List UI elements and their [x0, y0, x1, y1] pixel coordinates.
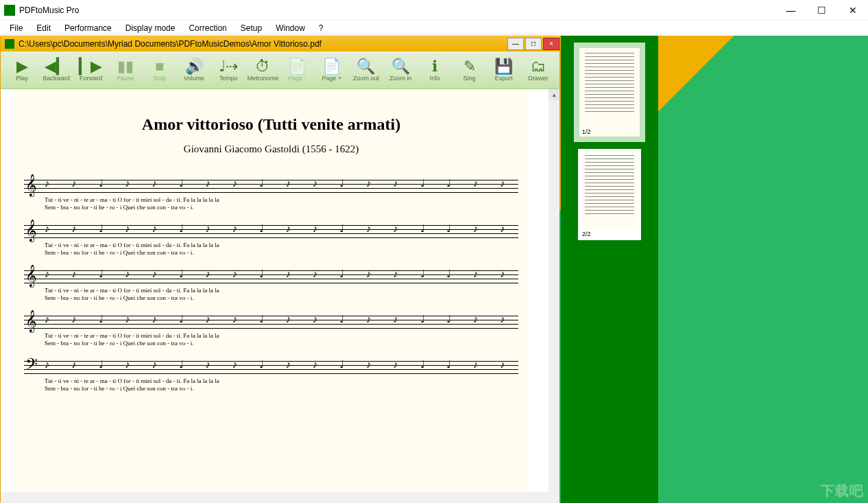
close-button[interactable]: ✕ — [837, 0, 868, 21]
score-composer: Giovanni Giacomo Gastoldi (1556 - 1622) — [14, 143, 528, 155]
zoom-out-label: Zoom out — [353, 75, 379, 82]
lyric-line-2: Sem - bra - no for - ti he - ro - i Quei… — [45, 385, 518, 392]
titlebar: PDFtoMusic Pro — ☐ ✕ — [0, 0, 868, 21]
stop-button: ■Stop — [143, 58, 177, 82]
score-staves: 𝄞♪ ♪ ♩ ♪ ♪ ♩ ♪ ♪ ♩ ♪ ♪ ♩ ♪ ♪ ♩ ♩ ♪ ♪ ♩ ♩… — [14, 155, 528, 397]
drawer-label: Drawer — [528, 75, 548, 82]
score-title: Amor vittorioso (Tutti venite armati) — [14, 115, 528, 134]
zoom-in-button[interactable]: 🔍Zoom in — [383, 58, 418, 82]
export-icon: 💾 — [494, 58, 513, 75]
page-drawer: 1/22/2 — [561, 36, 658, 503]
forward-button[interactable]: ▎▶Forward — [73, 58, 108, 82]
document-icon — [5, 39, 14, 49]
thumbnail-label: 2/2 — [582, 231, 637, 237]
metronome-button[interactable]: ⏱Metronome — [245, 58, 280, 82]
watermark: 下载吧 — [821, 482, 864, 500]
backward-button[interactable]: ◀▎Backward — [39, 58, 73, 82]
zoom-out-button[interactable]: 🔍Zoom out — [349, 58, 383, 82]
clef-icon: 𝄞 — [25, 265, 37, 288]
export-button[interactable]: 💾Export — [487, 58, 521, 82]
forward-label: Forward — [80, 75, 102, 82]
export-label: Export — [495, 75, 513, 82]
sing-icon: ✎ — [463, 58, 476, 75]
stop-label: Stop — [154, 75, 167, 82]
forward-icon: ▎▶ — [79, 58, 102, 75]
menu-correction[interactable]: Correction — [182, 22, 233, 34]
backward-icon: ◀▎ — [45, 58, 68, 75]
menu-setup[interactable]: Setup — [234, 22, 269, 34]
menu-performance[interactable]: Performance — [58, 22, 119, 34]
workarea: C:\Users\pc\Documents\Myriad Documents\P… — [0, 36, 868, 503]
maximize-button[interactable]: ☐ — [806, 0, 837, 21]
document-window: C:\Users\pc\Documents\Myriad Documents\P… — [1, 36, 559, 503]
horizontal-scrollbar[interactable] — [1, 492, 548, 503]
page-thumbnail-1[interactable]: 1/2 — [578, 47, 641, 138]
info-icon: ℹ — [432, 58, 437, 75]
doc-minimize-button[interactable]: — — [507, 38, 524, 50]
info-button[interactable]: ℹInfo — [418, 58, 452, 82]
menu-help[interactable]: ? — [312, 22, 330, 34]
vertical-scrollbar[interactable]: ▴ — [548, 89, 559, 492]
zoom-out-icon: 🔍 — [357, 58, 375, 75]
staff-3: 𝄞♪ ♪ ♩ ♪ ♪ ♩ ♪ ♪ ♩ ♪ ♪ ♩ ♪ ♪ ♩ ♩ ♪ ♪ ♩ ♩… — [24, 266, 518, 306]
lyric-line-1: Tut - ti ve - ni - te ar - ma - ti O for… — [45, 242, 518, 248]
menu-window[interactable]: Window — [269, 22, 312, 34]
page-thumbnail-2[interactable]: 2/2 — [578, 149, 641, 240]
staff-4: 𝄞♪ ♪ ♩ ♪ ♪ ♩ ♪ ♪ ♩ ♪ ♪ ♩ ♪ ♪ ♩ ♩ ♪ ♪ ♩ ♩… — [24, 312, 518, 351]
document-path: C:\Users\pc\Documents\Myriad Documents\P… — [19, 39, 506, 49]
staff-notes: ♪ ♪ ♩ ♪ ♪ ♩ ♪ ♪ ♩ ♪ ♪ ♩ ♪ ♪ ♩ ♩ ♪ ♪ ♩ ♩ — [45, 268, 518, 280]
staff-2: 𝄞♪ ♪ ♩ ♪ ♪ ♩ ♪ ♪ ♩ ♪ ♪ ♩ ♪ ♪ ♩ ♩ ♪ ♪ ♩ ♩… — [24, 221, 518, 261]
app-title: PDFtoMusic Pro — [19, 5, 775, 15]
zoom-in-label: Zoom in — [389, 75, 412, 82]
lyric-line-2: Sem - bra - no for - ti he - ro - i Quei… — [45, 340, 518, 347]
tempo-icon: ♩⇢ — [219, 58, 238, 75]
menu-display-mode[interactable]: Display mode — [119, 22, 182, 34]
minimize-button[interactable]: — — [775, 0, 806, 21]
score-page: Amor vittorioso (Tutti venite armati) Gi… — [14, 89, 528, 492]
play-button[interactable]: ▶Play — [5, 58, 39, 82]
lyric-line-1: Tut - ti ve - ni - te ar - ma - ti O for… — [45, 287, 518, 294]
lyric-line-2: Sem - bra - no for - ti he - ro - i Quei… — [45, 204, 518, 211]
tempo-button[interactable]: ♩⇢Tempo — [211, 58, 245, 82]
thumbnail-preview — [582, 53, 637, 127]
metronome-label: Metronome — [248, 75, 279, 82]
play-label: Play — [16, 75, 28, 82]
window-controls: — ☐ ✕ — [775, 0, 868, 21]
metronome-icon: ⏱ — [255, 58, 270, 75]
pause-button: ▮▮Pause — [108, 58, 143, 82]
play-icon: ▶ — [16, 58, 28, 75]
scroll-up-icon[interactable]: ▴ — [548, 89, 559, 100]
doc-close-button[interactable]: × — [543, 38, 559, 50]
zoom-in-icon: 🔍 — [391, 58, 410, 75]
page-minus-icon: 📄 — [288, 58, 306, 75]
volume-label: Volume — [184, 75, 204, 82]
lyric-line-2: Sem - bra - no for - ti he - ro - i Quei… — [45, 249, 518, 256]
drawer-button[interactable]: 🗂Drawer — [521, 58, 555, 82]
lyric-line-2: Sem - bra - no for - ti he - ro - i Quei… — [45, 294, 518, 301]
page-minus-button: 📄Page - — [280, 58, 315, 82]
app-icon — [4, 5, 15, 16]
sing-button[interactable]: ✎Sing — [452, 58, 486, 82]
volume-icon: 🔊 — [185, 58, 204, 75]
page-plus-label: Page + — [322, 75, 341, 82]
doc-maximize-button[interactable]: □ — [525, 38, 542, 50]
thumbnail-label: 1/2 — [582, 128, 637, 135]
staff-notes: ♪ ♪ ♩ ♪ ♪ ♩ ♪ ♪ ♩ ♪ ♪ ♩ ♪ ♪ ♩ ♩ ♪ ♪ ♩ ♩ — [45, 177, 518, 189]
lyric-line-1: Tut - ti ve - ni - te ar - ma - ti O for… — [45, 377, 518, 384]
clef-icon: 𝄞 — [25, 174, 37, 197]
page-viewport[interactable]: Amor vittorioso (Tutti venite armati) Gi… — [1, 89, 548, 492]
staff-notes: ♪ ♪ ♩ ♪ ♪ ♩ ♪ ♪ ♩ ♪ ♪ ♩ ♪ ♪ ♩ ♩ ♪ ♪ ♩ ♩ — [45, 313, 518, 325]
info-label: Info — [430, 75, 440, 82]
tempo-label: Tempo — [219, 75, 238, 82]
volume-button[interactable]: 🔊Volume — [177, 58, 211, 82]
sing-label: Sing — [463, 75, 476, 82]
lyric-line-1: Tut - ti ve - ni - te ar - ma - ti O for… — [45, 332, 518, 339]
menu-edit[interactable]: Edit — [29, 22, 58, 34]
page-minus-label: Page - — [288, 75, 306, 82]
staff-1: 𝄞♪ ♪ ♩ ♪ ♪ ♩ ♪ ♪ ♩ ♪ ♪ ♩ ♪ ♪ ♩ ♩ ♪ ♪ ♩ ♩… — [24, 176, 518, 215]
document-titlebar[interactable]: C:\Users\pc\Documents\Myriad Documents\P… — [1, 36, 559, 51]
menu-file[interactable]: File — [3, 22, 29, 34]
page-plus-button[interactable]: 📄Page + — [315, 58, 349, 82]
backward-label: Backward — [43, 75, 71, 82]
toolbar: ▶Play◀▎Backward▎▶Forward▮▮Pause■Stop🔊Vol… — [1, 51, 559, 89]
